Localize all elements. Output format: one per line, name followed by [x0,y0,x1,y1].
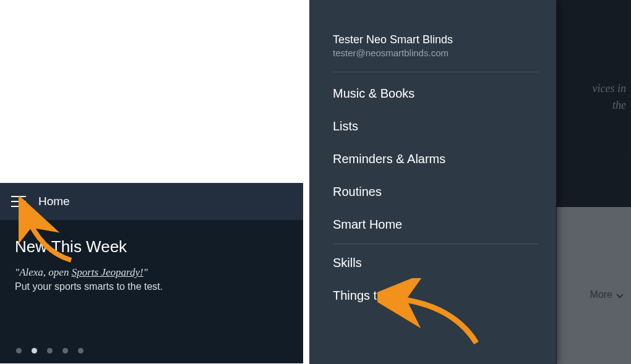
side-drawer: Tester Neo Smart Blinds tester@neosmartb… [309,0,556,364]
hamburger-menu-icon[interactable] [11,196,26,207]
quote-link[interactable]: Sports Jeopardy! [72,266,144,278]
menu-item-smart-home[interactable]: Smart Home [333,208,539,241]
quote-prefix: "Alexa, open [15,266,72,278]
quote-suffix: " [144,266,148,278]
new-this-week-card[interactable]: New This Week "Alexa, open Sports Jeopar… [0,220,303,292]
home-topbar: Home [0,183,303,220]
carousel-dots[interactable] [16,348,84,353]
carousel-dot[interactable] [32,348,37,353]
menu-item-routines[interactable]: Routines [333,176,539,208]
account-name: Tester Neo Smart Blinds [333,33,539,46]
home-screen: Home New This Week "Alexa, open Sports J… [0,183,303,363]
carousel-dot[interactable] [78,348,84,353]
drawer-screen: vices in the More Tester Neo Smart Blind… [309,0,631,364]
menu-item-lists[interactable]: Lists [333,110,539,143]
card-subtext: Put your sports smarts to the test. [15,281,288,292]
carousel-dot[interactable] [47,348,53,353]
menu-item-music-books[interactable]: Music & Books [333,77,539,110]
scrim[interactable] [557,0,631,364]
divider [333,72,539,72]
menu-item-things-to-try[interactable]: Things to Try [333,279,539,312]
carousel-dot[interactable] [62,348,68,353]
menu-item-reminders-alarms[interactable]: Reminders & Alarms [333,143,539,176]
carousel-dot[interactable] [16,348,22,353]
dimmed-background: vices in the More [557,0,631,364]
menu-item-skills[interactable]: Skills [333,247,539,279]
account-email: tester@neosmartblinds.com [333,48,539,58]
card-quote: "Alexa, open Sports Jeopardy!" [15,266,288,279]
divider [333,243,539,244]
page-title: Home [38,195,70,208]
card-heading: New This Week [15,237,288,256]
